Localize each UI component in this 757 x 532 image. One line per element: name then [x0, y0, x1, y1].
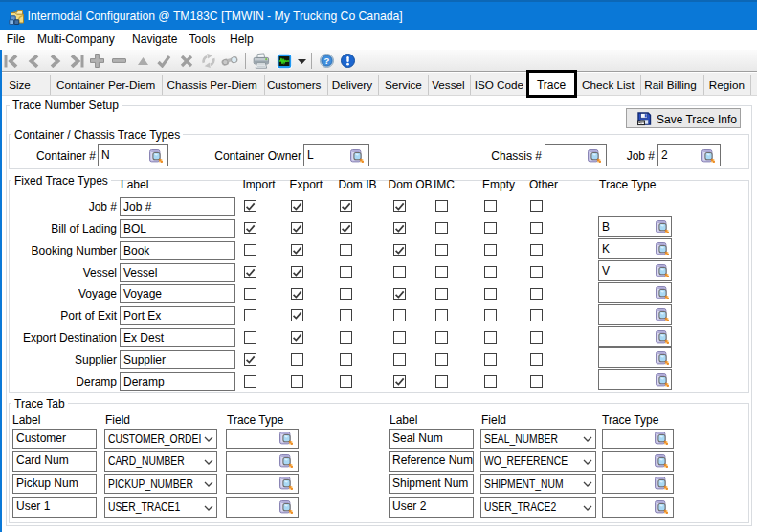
svg-text:?: ?	[324, 55, 330, 66]
